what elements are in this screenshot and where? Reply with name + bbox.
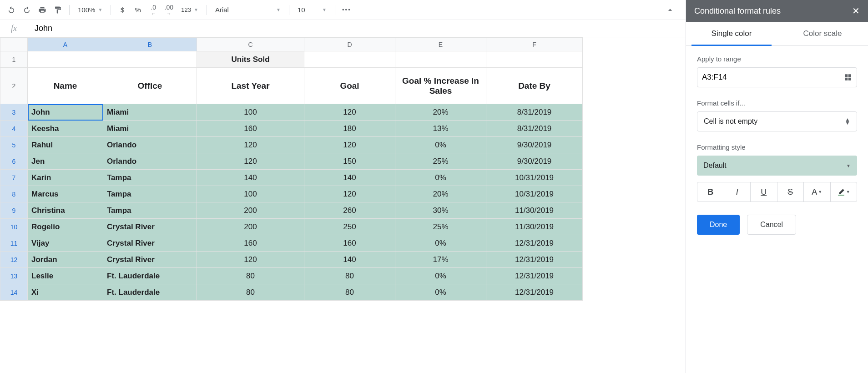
cell-14-E[interactable]: 0% [395, 284, 486, 301]
cell-5-E[interactable]: 0% [395, 137, 486, 153]
grid-select-icon[interactable] [844, 73, 852, 81]
cell-8-E[interactable]: 20% [395, 186, 486, 202]
cell-9-E[interactable]: 30% [395, 202, 486, 219]
cell-11-E[interactable]: 0% [395, 235, 486, 252]
done-button[interactable]: Done [697, 215, 740, 235]
cell-13-E[interactable]: 0% [395, 268, 486, 284]
cell-11-B[interactable]: Crystal River [103, 235, 197, 252]
cell-14-D[interactable]: 80 [304, 284, 395, 301]
range-input-wrapper[interactable] [697, 67, 857, 87]
row-head-6[interactable]: 6 [0, 153, 28, 170]
cell-1-D[interactable] [304, 51, 395, 68]
increase-decimal-button[interactable]: .00 → [162, 3, 176, 17]
cancel-button[interactable]: Cancel [747, 215, 796, 235]
cell-12-B[interactable]: Crystal River [103, 252, 197, 268]
row-head-11[interactable]: 11 [0, 235, 28, 252]
cell-1-A[interactable] [28, 51, 103, 68]
currency-format-button[interactable]: $ [116, 3, 129, 17]
cell-13-D[interactable]: 80 [304, 268, 395, 284]
cell-12-A[interactable]: Jordan [28, 252, 103, 268]
cell-4-F[interactable]: 8/31/2019 [486, 121, 583, 137]
cell-9-D[interactable]: 260 [304, 202, 395, 219]
cell-12-F[interactable]: 12/31/2019 [486, 252, 583, 268]
style-default-select[interactable]: Default ▼ [697, 156, 857, 176]
cell-11-D[interactable]: 160 [304, 235, 395, 252]
row-head-12[interactable]: 12 [0, 252, 28, 268]
cell-4-A[interactable]: Keesha [28, 121, 103, 137]
strikethrough-button[interactable]: S [777, 182, 804, 202]
cell-7-B[interactable]: Tampa [103, 170, 197, 186]
cell-6-F[interactable]: 9/30/2019 [486, 153, 583, 170]
cell-13-F[interactable]: 12/31/2019 [486, 268, 583, 284]
cell-13-C[interactable]: 80 [197, 268, 304, 284]
cell-6-D[interactable]: 150 [304, 153, 395, 170]
italic-button[interactable]: I [724, 182, 751, 202]
cell-4-E[interactable]: 13% [395, 121, 486, 137]
cell-8-C[interactable]: 100 [197, 186, 304, 202]
cell-4-B[interactable]: Miami [103, 121, 197, 137]
cell-13-B[interactable]: Ft. Lauderdale [103, 268, 197, 284]
cell-8-A[interactable]: Marcus [28, 186, 103, 202]
cell-3-B[interactable]: Miami [103, 104, 197, 121]
select-all-corner[interactable] [0, 38, 28, 51]
cell-1-E[interactable] [395, 51, 486, 68]
cell-14-A[interactable]: Xi [28, 284, 103, 301]
cell-6-A[interactable]: Jen [28, 153, 103, 170]
cell-5-B[interactable]: Orlando [103, 137, 197, 153]
cell-8-F[interactable]: 10/31/2019 [486, 186, 583, 202]
cell-10-C[interactable]: 200 [197, 219, 304, 235]
range-input[interactable] [702, 73, 844, 82]
print-button[interactable] [35, 3, 49, 17]
cell-14-B[interactable]: Ft. Lauderdale [103, 284, 197, 301]
tab-single-color[interactable]: Single color [686, 22, 777, 45]
cell-10-F[interactable]: 11/30/2019 [486, 219, 583, 235]
cell-14-C[interactable]: 80 [197, 284, 304, 301]
cell-2-E[interactable]: Goal % Increase in Sales [395, 68, 486, 104]
undo-button[interactable] [5, 3, 18, 17]
cell-3-D[interactable]: 120 [304, 104, 395, 121]
cell-9-A[interactable]: Christina [28, 202, 103, 219]
spreadsheet-grid[interactable]: ABCDEF1Units Sold2NameOfficeLast YearGoa… [0, 37, 686, 373]
col-head-A[interactable]: A [28, 38, 103, 51]
row-head-7[interactable]: 7 [0, 170, 28, 186]
collapse-toolbar-button[interactable] [666, 5, 675, 15]
cell-4-C[interactable]: 160 [197, 121, 304, 137]
cell-2-F[interactable]: Date By [486, 68, 583, 104]
fill-color-button[interactable]: ▼ [831, 182, 857, 202]
cell-5-F[interactable]: 9/30/2019 [486, 137, 583, 153]
cell-6-B[interactable]: Orlando [103, 153, 197, 170]
cell-3-F[interactable]: 8/31/2019 [486, 104, 583, 121]
cell-11-A[interactable]: Vijay [28, 235, 103, 252]
paint-format-button[interactable] [51, 3, 65, 17]
cell-11-C[interactable]: 160 [197, 235, 304, 252]
cell-12-C[interactable]: 120 [197, 252, 304, 268]
row-head-3[interactable]: 3 [0, 104, 28, 121]
cell-5-A[interactable]: Rahul [28, 137, 103, 153]
col-head-C[interactable]: C [197, 38, 304, 51]
cell-6-C[interactable]: 120 [197, 153, 304, 170]
underline-button[interactable]: U [751, 182, 777, 202]
row-head-14[interactable]: 14 [0, 284, 28, 301]
col-head-F[interactable]: F [486, 38, 583, 51]
cell-7-E[interactable]: 0% [395, 170, 486, 186]
font-dropdown[interactable]: Arial ▼ [212, 3, 284, 17]
text-color-button[interactable]: A▼ [804, 182, 831, 202]
row-head-8[interactable]: 8 [0, 186, 28, 202]
cell-3-A[interactable]: John [28, 104, 103, 121]
row-head-10[interactable]: 10 [0, 219, 28, 235]
row-head-2[interactable]: 2 [0, 68, 28, 104]
cell-5-D[interactable]: 120 [304, 137, 395, 153]
cell-5-C[interactable]: 120 [197, 137, 304, 153]
cell-10-B[interactable]: Crystal River [103, 219, 197, 235]
cell-1-B[interactable] [103, 51, 197, 68]
cell-6-E[interactable]: 25% [395, 153, 486, 170]
col-head-D[interactable]: D [304, 38, 395, 51]
cell-9-B[interactable]: Tampa [103, 202, 197, 219]
redo-button[interactable] [20, 3, 34, 17]
cell-4-D[interactable]: 180 [304, 121, 395, 137]
close-panel-button[interactable]: ✕ [852, 5, 860, 16]
cell-11-F[interactable]: 12/31/2019 [486, 235, 583, 252]
cell-1-C[interactable]: Units Sold [197, 51, 304, 68]
number-format-dropdown[interactable]: 123 ▼ [177, 3, 202, 17]
col-head-B[interactable]: B [103, 38, 197, 51]
